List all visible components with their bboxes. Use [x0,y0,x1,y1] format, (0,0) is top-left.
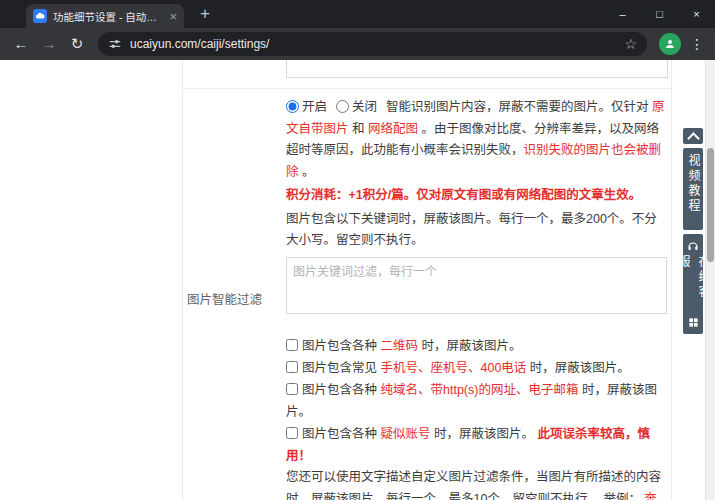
browser-titlebar: 功能细节设置 - 自动文章采集 × + – □ × [0,0,715,28]
section-label: 图片智能过滤 [187,289,262,308]
radio-on-label: 开启 [302,100,327,114]
checkbox-text: 图片包含各种 [302,427,380,441]
checkbox-highlight: 手机号、座机号、400电话 [380,361,526,375]
radio-on[interactable] [286,100,299,113]
video-tutorial-label: 视频教程 [683,154,703,214]
label-column: 图片智能过滤 [183,89,286,500]
online-service-button[interactable]: 在线客服 [683,234,703,334]
url-text[interactable]: ucaiyun.com/caiji/settings/ [130,37,616,51]
checkbox-text: 时，屏蔽该图片。 [431,427,538,441]
checkbox-highlight: 纯域名、带http(s)的网址、电子邮箱 [380,383,578,397]
intro-text: 智能识别图片内容，屏蔽不需要的图片。仅针对 [386,100,652,114]
back-icon[interactable]: ← [8,28,34,60]
custom-filter-description: 您还可以使用文字描述自定义图片过滤条件，当图片有所描述的内容时，屏蔽该图片。每行… [286,467,667,500]
image-smart-filter-row: 图片智能过滤 开启关闭智能识别图片内容，屏蔽不需要的图片。仅针对 原文自带图片 … [183,89,671,500]
intro-text: 和 [349,122,368,136]
tab-title: 功能细节设置 - 自动文章采集 [53,9,163,24]
checkbox-highlight: 疑似账号 [380,427,430,441]
phone-filter-checkbox[interactable] [286,361,298,373]
radio-off-option[interactable]: 关闭 [336,100,377,114]
url-filter-row: 图片包含各种 纯域名、带http(s)的网址、电子邮箱 时，屏蔽该图片。 [286,379,667,423]
account-filter-checkbox[interactable] [286,427,298,439]
browser-window: 功能细节设置 - 自动文章采集 × + – □ × ← → ↻ ucaiyun.… [0,0,715,500]
page-content: 图片智能过滤 开启关闭智能识别图片内容，屏蔽不需要的图片。仅针对 原文自带图片 … [0,60,715,500]
checkbox-highlight: 二维码 [380,339,418,353]
site-info-icon[interactable] [108,37,122,51]
browser-tab[interactable]: 功能细节设置 - 自动文章采集 × [26,4,184,28]
smart-recognition-description: 开启关闭智能识别图片内容，屏蔽不需要的图片。仅针对 原文自带图片 和 网络配图 … [286,97,667,183]
checkbox-text: 图片包含各种 [302,383,380,397]
maximize-button[interactable]: □ [641,0,678,28]
field-column: 开启关闭智能识别图片内容，屏蔽不需要的图片。仅针对 原文自带图片 和 网络配图 … [286,89,671,500]
checkbox-text: 图片包含常见 [302,361,380,375]
profile-avatar[interactable] [659,33,681,55]
qrcode-filter-checkbox[interactable] [286,339,298,351]
refresh-icon[interactable]: ↻ [64,28,90,60]
qr-grid-icon [688,317,699,328]
site-favicon-icon [33,9,47,23]
window-controls: – □ × [604,0,715,28]
page-scrollbar[interactable] [705,60,715,500]
minimize-button[interactable]: – [604,0,641,28]
scrollbar-thumb[interactable] [707,148,714,262]
phone-filter-row: 图片包含常见 手机号、座机号、400电话 时，屏蔽该图片。 [286,357,667,379]
tab-close-icon[interactable]: × [169,10,177,23]
previous-field-textarea[interactable] [286,60,668,78]
checkbox-text: 时，屏蔽该图片。 [418,339,521,353]
new-tab-button[interactable]: + [194,3,216,25]
custom-text: 您还可以使用文字描述自定义图片过滤条件，当图片有所描述的内容时，屏蔽该图片。每行… [286,470,661,500]
url-filter-checkbox[interactable] [286,383,298,395]
previous-setting-row [183,60,671,89]
bookmark-star-icon[interactable]: ☆ [624,36,637,52]
checkbox-text: 时，屏蔽该图片。 [526,361,629,375]
radio-off-label: 关闭 [352,100,377,114]
qrcode-filter-row: 图片包含各种 二维码 时，屏蔽该图片。 [286,335,667,357]
browser-toolbar: ← → ↻ ucaiyun.com/caiji/settings/ ☆ ⋮ [0,28,715,60]
keyword-filter-textarea[interactable] [286,257,667,314]
checkbox-text: 图片包含各种 [302,339,380,353]
filter-checkbox-group: 图片包含各种 二维码 时，屏蔽该图片。 图片包含常见 手机号、座机号、400电话… [286,335,667,467]
chevron-up-icon [687,132,700,145]
keyword-hint: 图片包含以下关键词时，屏蔽该图片。每行一个，最多200个。不分大小写。留空则不执… [286,209,667,252]
headset-icon [687,240,699,252]
intro-highlight: 网络配图 [368,122,418,136]
credits-note: 积分消耗：+1积分/篇。仅对原文有图或有网络配图的文章生效。 [286,185,667,207]
account-filter-row: 图片包含各种 疑似账号 时，屏蔽该图片。 此项误杀率较高，慎用！ [286,423,667,467]
address-bar[interactable]: ucaiyun.com/caiji/settings/ ☆ [98,32,647,56]
close-button[interactable]: × [678,0,715,28]
settings-form: 图片智能过滤 开启关闭智能识别图片内容，屏蔽不需要的图片。仅针对 原文自带图片 … [182,60,672,500]
intro-text: 。 [299,165,315,179]
radio-off[interactable] [336,100,349,113]
browser-menu-icon[interactable]: ⋮ [687,36,707,52]
scroll-to-top-button[interactable] [683,128,703,144]
radio-on-option[interactable]: 开启 [286,100,327,114]
video-tutorial-button[interactable]: 视频教程 [683,148,703,230]
forward-icon[interactable]: → [36,28,62,60]
